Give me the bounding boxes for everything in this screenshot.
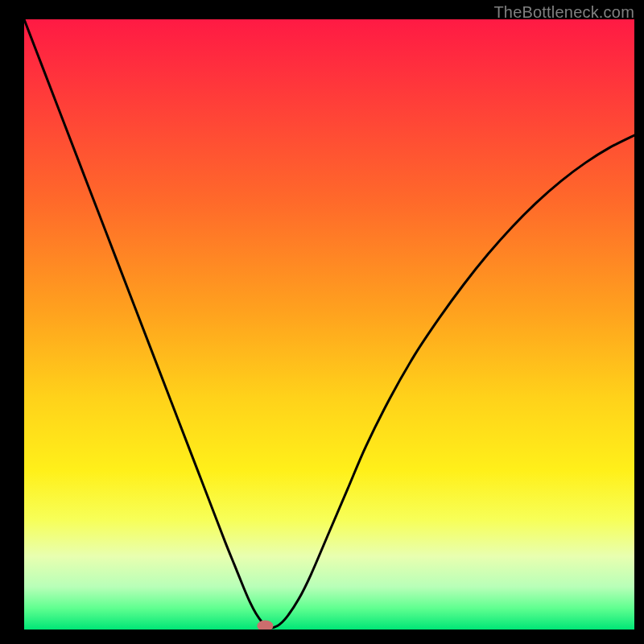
chart-frame: TheBottleneck.com (0, 0, 644, 644)
optimal-point-marker (257, 620, 273, 631)
plot-background (24, 19, 634, 630)
bottleneck-chart (0, 0, 644, 644)
watermark-text: TheBottleneck.com (493, 3, 634, 22)
